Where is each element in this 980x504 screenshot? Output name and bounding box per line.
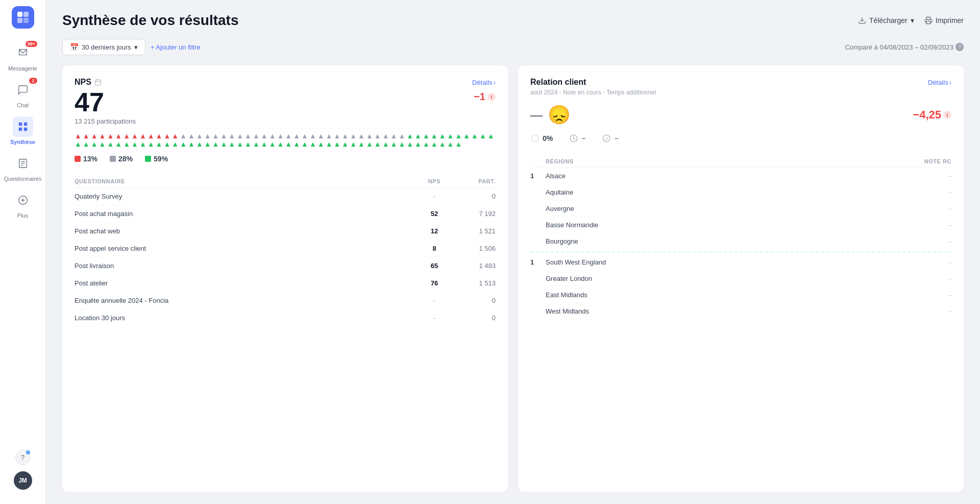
person-icon: ▲ — [83, 140, 90, 148]
person-icon: ▲ — [172, 140, 179, 148]
person-icon: ▲ — [196, 140, 203, 148]
imprimer-button[interactable]: Imprimer — [924, 16, 964, 25]
compare-help-icon[interactable]: ? — [955, 43, 964, 51]
nps-card-header: NPS Détails › — [75, 78, 496, 87]
sidebar: 99+ Messagerie 1 Chat Synthès — [0, 0, 46, 504]
person-icon: ▲ — [123, 132, 130, 139]
table-row: Quaterly Survey - 0 — [75, 188, 496, 205]
row-nps: 65 — [414, 262, 455, 270]
telecharger-button[interactable]: Télécharger ▾ — [858, 16, 914, 25]
nps-card-title: NPS — [75, 78, 102, 87]
app-logo[interactable] — [12, 6, 34, 29]
nps-card: NPS Détails › 47 −1 i — [62, 65, 508, 492]
person-icon: ▲ — [228, 132, 235, 139]
person-icon: ▲ — [366, 132, 373, 139]
person-icon: ▲ — [244, 140, 252, 148]
person-icon: ▲ — [309, 132, 316, 139]
rc-score-row: — 😞 −4,25 i — [530, 104, 951, 126]
date-filter-button[interactable]: 📅 30 derniers jours ▾ — [62, 39, 145, 55]
nps-table: QUESTIONNAIRE NPS Part. Quaterly Survey … — [75, 175, 496, 326]
person-icon: ▲ — [374, 140, 381, 148]
rc-change-info-icon[interactable]: i — [943, 111, 951, 119]
region-note: - — [911, 188, 951, 196]
svg-rect-1 — [23, 12, 29, 17]
person-icon: ▲ — [293, 140, 300, 148]
nps-table-header: QUESTIONNAIRE NPS Part. — [75, 175, 496, 188]
person-icon: ▲ — [326, 140, 333, 148]
region-note: - — [911, 307, 951, 315]
person-icon: ▲ — [398, 140, 405, 148]
cards-grid: NPS Détails › 47 −1 i — [62, 65, 964, 492]
person-icon: ▲ — [390, 140, 398, 148]
questionnaires-label: Questionnaires — [4, 176, 42, 182]
region-note: - — [911, 258, 951, 266]
region-note: - — [911, 221, 951, 229]
row-name: Post atelier — [75, 279, 414, 287]
regions-rows-uk: 1 South West England - Greater London - … — [530, 254, 951, 319]
help-button[interactable]: ? — [15, 450, 31, 465]
person-icon: ▲ — [269, 132, 276, 139]
person-icon: ▲ — [293, 132, 300, 139]
row-nps: 76 — [414, 279, 455, 287]
header-actions: Télécharger ▾ Imprimer — [858, 16, 964, 25]
person-icon: ▲ — [139, 132, 146, 139]
person-icon: ▲ — [390, 132, 398, 139]
passives-dot — [110, 156, 116, 162]
person-icon: ▲ — [358, 140, 365, 148]
page-header: Synthèse de vos résultats Télécharger ▾ … — [62, 12, 964, 29]
person-icon: ▲ — [334, 132, 341, 139]
person-icon: ▲ — [285, 132, 292, 139]
person-icon: ▲ — [285, 140, 292, 148]
sidebar-item-plus[interactable]: Plus — [0, 186, 45, 223]
region-name: West Midlands — [546, 307, 911, 315]
person-icon: ▲ — [196, 132, 203, 139]
person-icon: ▲ — [406, 132, 413, 139]
clock-metric-icon — [569, 134, 578, 143]
person-icon: ▲ — [277, 140, 284, 148]
synthese-icon — [17, 121, 29, 132]
person-icon: ▲ — [317, 140, 325, 148]
row-part: 7 192 — [455, 210, 496, 218]
main-content: Synthèse de vos résultats Télécharger ▾ … — [46, 0, 980, 504]
person-icon: ▲ — [269, 140, 276, 148]
row-part: 1 483 — [455, 262, 496, 270]
table-row: Post achat web 12 1 521 — [75, 223, 496, 240]
person-icon: ▲ — [180, 140, 187, 148]
rc-details-link[interactable]: Détails › — [928, 79, 951, 86]
user-avatar[interactable]: JM — [14, 471, 32, 490]
plus-icon-wrap — [13, 190, 33, 210]
nps-top: 47 −1 i — [75, 89, 496, 117]
region-note: - — [911, 291, 951, 299]
row-part: 1 506 — [455, 245, 496, 252]
chat-label: Chat — [17, 102, 29, 108]
person-icon: ▲ — [253, 140, 260, 148]
person-icon: ▲ — [123, 140, 130, 148]
person-icon: ▲ — [487, 132, 495, 139]
svg-rect-2 — [17, 18, 22, 23]
regions-rows-fr: 1 Alsace - Aquitaine - Auvergne - Basse … — [530, 168, 951, 249]
synthese-icon-wrap — [13, 116, 33, 137]
person-icon: ▲ — [131, 132, 138, 139]
sidebar-item-messagerie[interactable]: 99+ Messagerie — [0, 39, 45, 76]
nps-details-link[interactable]: Détails › — [472, 79, 496, 86]
rc-metrics-row: 0% − − — [530, 134, 951, 143]
promoters-legend: 59% — [145, 155, 168, 163]
person-icon: ▲ — [366, 140, 373, 148]
compare-text: Comparé à 04/08/2023 – 02/09/2023 ? — [845, 43, 964, 51]
rc-subtitle: août 2024 - Note en cours - Temps additi… — [530, 89, 951, 96]
row-name: Quaterly Survey — [75, 193, 414, 200]
svg-rect-7 — [23, 128, 27, 131]
person-icon: ▲ — [431, 140, 438, 148]
nps-change-info-icon[interactable]: i — [487, 93, 496, 101]
svg-point-22 — [605, 138, 606, 139]
sidebar-item-chat[interactable]: 1 Chat — [0, 76, 45, 112]
person-icon: ▲ — [253, 132, 260, 139]
add-filter-button[interactable]: + Ajouter un filtre — [151, 43, 201, 51]
person-icon: ▲ — [261, 132, 268, 139]
rc-metric-3: − — [602, 134, 618, 143]
svg-rect-3 — [23, 18, 29, 23]
sidebar-item-questionnaires[interactable]: Questionnaires — [0, 149, 45, 186]
sidebar-item-synthese[interactable]: Synthèse — [0, 112, 45, 149]
people-grid: ▲▲▲▲▲▲▲▲▲▲▲▲▲▲▲▲▲▲▲▲▲▲▲▲▲▲▲▲▲▲▲▲▲▲▲▲▲▲▲▲… — [75, 132, 496, 148]
person-icon: ▲ — [341, 132, 349, 139]
